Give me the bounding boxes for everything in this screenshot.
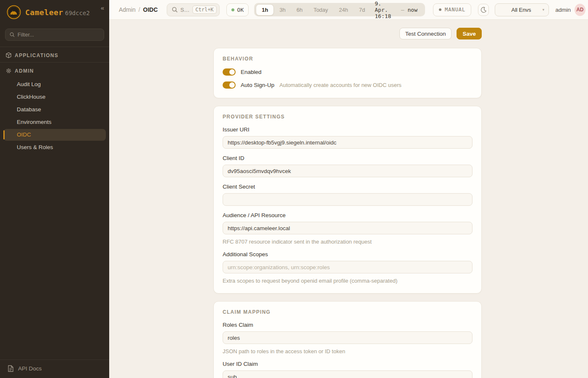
refresh-mode-button[interactable]: MANUAL [433, 3, 471, 16]
auto-signup-toggle-label: Auto Sign-Up [241, 82, 274, 88]
search-icon [172, 7, 178, 13]
sidebar-item-audit-log[interactable]: Audit Log [3, 79, 106, 90]
filter-input[interactable] [18, 32, 100, 38]
app-title: Cameleer69dcce2 [25, 8, 90, 17]
section-label: ADMIN [15, 68, 34, 74]
user-name: admin [555, 7, 571, 13]
sidebar-admin-items: Audit Log ClickHouse Database Environmen… [0, 78, 109, 157]
environment-selector[interactable]: All Envs ▾ [495, 3, 549, 16]
enabled-toggle[interactable] [223, 68, 236, 76]
status-badge[interactable]: OK [226, 3, 249, 16]
enabled-toggle-label: Enabled [241, 69, 262, 75]
issuer-uri-label: Issuer URI [223, 126, 472, 133]
cameleer-logo-icon [7, 5, 21, 19]
time-range-today[interactable]: Today [308, 5, 333, 15]
sidebar-collapse-icon[interactable]: « [101, 4, 104, 11]
breadcrumb-separator: / [139, 6, 140, 13]
api-docs-label: API Docs [18, 365, 42, 372]
sidebar-section-applications[interactable]: APPLICATIONS [0, 47, 109, 62]
sidebar-header: Cameleer69dcce2 [0, 0, 109, 25]
search-icon [10, 32, 15, 37]
claim-mapping-card: CLAIM MAPPING Roles Claim JSON path to r… [213, 301, 482, 378]
roles-claim-helper: JSON path to roles in the access token o… [223, 348, 472, 354]
client-secret-field: Client Secret [223, 184, 472, 206]
additional-scopes-field: Additional Scopes Extra scopes to reques… [223, 251, 472, 284]
time-range-display[interactable]: 9. Apr. 16:18 – now [370, 0, 423, 19]
avatar[interactable]: AD [575, 4, 585, 16]
auto-signup-toggle[interactable] [223, 81, 236, 89]
client-secret-label: Client Secret [223, 184, 472, 190]
additional-scopes-input[interactable] [223, 261, 472, 273]
status-label: OK [237, 7, 244, 13]
sidebar-item-users-roles[interactable]: Users & Roles [3, 142, 106, 153]
time-range-3h[interactable]: 3h [274, 5, 291, 15]
time-start: 9. Apr. 16:18 [375, 0, 397, 19]
auto-signup-toggle-row: Auto Sign-Up Automatically create accoun… [223, 81, 472, 89]
search-placeholder-text: S… [181, 7, 190, 13]
time-range-24h[interactable]: 24h [333, 5, 354, 15]
additional-scopes-label: Additional Scopes [223, 251, 472, 257]
document-icon [8, 365, 14, 372]
page-actions: Test Connection Save [213, 28, 482, 39]
breadcrumb: Admin / OIDC [119, 6, 158, 13]
refresh-mode-dot [439, 8, 441, 11]
issuer-uri-field: Issuer URI [223, 126, 472, 149]
audience-input[interactable] [223, 222, 472, 234]
sidebar-section-admin[interactable]: ADMIN [0, 63, 109, 78]
moon-icon [480, 7, 487, 13]
user-id-claim-label: User ID Claim [223, 361, 472, 367]
behavior-card: BEHAVIOR Enabled Auto Sign-Up Automatica… [213, 48, 482, 98]
global-search-button[interactable]: S… Ctrl+K [167, 3, 220, 16]
breadcrumb-section[interactable]: Admin [119, 6, 136, 13]
time-range-1h[interactable]: 1h [256, 4, 274, 16]
sidebar-filter[interactable] [5, 29, 104, 41]
audience-label: Audience / API Resource [223, 212, 472, 218]
sidebar-item-oidc[interactable]: OIDC [3, 129, 106, 141]
chevron-down-icon: ▾ [543, 8, 545, 12]
claims-card-title: CLAIM MAPPING [223, 309, 472, 315]
sidebar-item-clickhouse[interactable]: ClickHouse [3, 91, 106, 103]
time-range-selector: 1h 3h 6h Today 24h 7d 9. Apr. 16:18 – no… [254, 3, 425, 16]
breadcrumb-page: OIDC [143, 6, 158, 13]
main-content: Test Connection Save BEHAVIOR Enabled Au… [109, 20, 588, 378]
roles-claim-field: Roles Claim JSON path to roles in the ac… [223, 322, 472, 354]
box-icon [5, 52, 12, 58]
sidebar: « Cameleer69dcce2 APPLICATIONS [0, 0, 109, 378]
time-range-7d[interactable]: 7d [354, 5, 370, 15]
enabled-toggle-row: Enabled [223, 68, 472, 76]
user-id-claim-input[interactable] [223, 370, 472, 378]
client-secret-input[interactable] [223, 193, 472, 206]
time-end: now [407, 7, 417, 13]
environment-value: All Envs [511, 7, 531, 13]
app-version: 69dcce2 [65, 10, 90, 16]
additional-scopes-helper: Extra scopes to request beyond openid em… [223, 278, 472, 284]
client-id-field: Client ID [223, 155, 472, 177]
save-button[interactable]: Save [457, 28, 482, 39]
topbar: Admin / OIDC S… Ctrl+K OK 1h 3h 6h Today… [109, 0, 588, 20]
api-docs-link[interactable]: API Docs [0, 360, 109, 378]
refresh-mode-label: MANUAL [445, 7, 465, 13]
search-shortcut-badge: Ctrl+K [192, 5, 216, 14]
app-name: Cameleer [25, 8, 63, 17]
sidebar-item-environments[interactable]: Environments [3, 116, 106, 128]
roles-claim-label: Roles Claim [223, 322, 472, 328]
user-id-claim-field: User ID Claim Claim used as the unique i… [223, 361, 472, 378]
provider-settings-card: PROVIDER SETTINGS Issuer URI Client ID C… [213, 106, 482, 294]
client-id-input[interactable] [223, 165, 472, 177]
roles-claim-input[interactable] [223, 331, 472, 344]
auto-signup-helper: Automatically create accounts for new OI… [279, 82, 401, 88]
status-ok-dot [231, 8, 234, 11]
audience-helper: RFC 8707 resource indicator sent in the … [223, 239, 472, 245]
issuer-uri-input[interactable] [223, 136, 472, 149]
provider-card-title: PROVIDER SETTINGS [223, 114, 472, 120]
behavior-card-title: BEHAVIOR [223, 56, 472, 62]
test-connection-button[interactable]: Test Connection [399, 28, 452, 39]
audience-field: Audience / API Resource RFC 8707 resourc… [223, 212, 472, 245]
gear-icon [5, 68, 12, 74]
time-range-6h[interactable]: 6h [291, 5, 308, 15]
section-label: APPLICATIONS [15, 52, 58, 58]
time-separator: – [401, 7, 404, 13]
sidebar-item-database[interactable]: Database [3, 104, 106, 116]
client-id-label: Client ID [223, 155, 472, 161]
theme-toggle-button[interactable] [478, 4, 489, 16]
